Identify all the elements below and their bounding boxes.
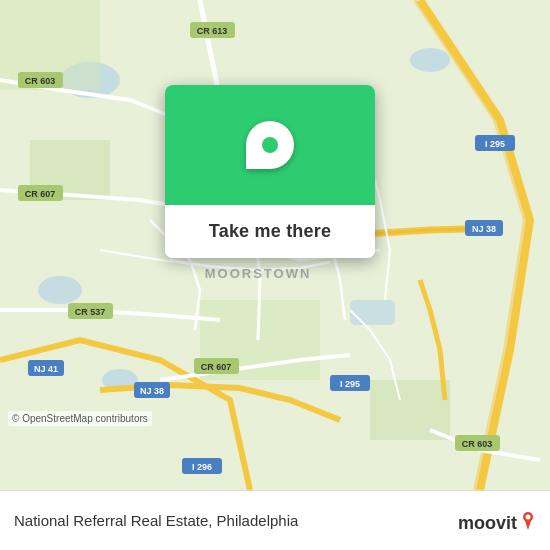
map-container: CR 613 CR 603 CR 607 I 295 NJ 38 CR 537 … <box>0 0 550 490</box>
location-label: National Referral Real Estate, Philadelp… <box>14 512 446 529</box>
svg-text:CR 613: CR 613 <box>197 26 228 36</box>
bottom-bar: National Referral Real Estate, Philadelp… <box>0 490 550 550</box>
svg-text:CR 607: CR 607 <box>25 189 56 199</box>
location-pin-wrapper <box>236 111 304 179</box>
svg-text:CR 603: CR 603 <box>462 439 493 449</box>
location-pin <box>246 121 294 169</box>
popup-card: Take me there <box>165 85 375 258</box>
svg-rect-5 <box>350 300 395 325</box>
svg-text:MOORSTOWN: MOORSTOWN <box>205 266 312 281</box>
svg-point-38 <box>526 514 531 519</box>
svg-point-3 <box>38 276 82 304</box>
svg-text:CR 537: CR 537 <box>75 307 106 317</box>
popup-green-area <box>165 85 375 205</box>
svg-text:NJ 41: NJ 41 <box>34 364 58 374</box>
svg-text:moovit: moovit <box>458 513 517 533</box>
svg-marker-37 <box>525 521 531 530</box>
osm-credit-text: © OpenStreetMap contributors <box>12 413 148 424</box>
svg-text:NJ 38: NJ 38 <box>472 224 496 234</box>
svg-text:I 296: I 296 <box>192 462 212 472</box>
svg-point-2 <box>410 48 450 72</box>
svg-text:I 295: I 295 <box>485 139 505 149</box>
moovit-logo: moovit <box>456 507 536 535</box>
svg-text:NJ 38: NJ 38 <box>140 386 164 396</box>
svg-text:I 295: I 295 <box>340 379 360 389</box>
osm-credit: © OpenStreetMap contributors <box>8 411 152 426</box>
svg-text:CR 603: CR 603 <box>25 76 56 86</box>
take-me-there-button[interactable]: Take me there <box>165 205 375 258</box>
svg-rect-9 <box>370 380 450 440</box>
moovit-logo-svg: moovit <box>456 507 536 535</box>
svg-text:CR 607: CR 607 <box>201 362 232 372</box>
